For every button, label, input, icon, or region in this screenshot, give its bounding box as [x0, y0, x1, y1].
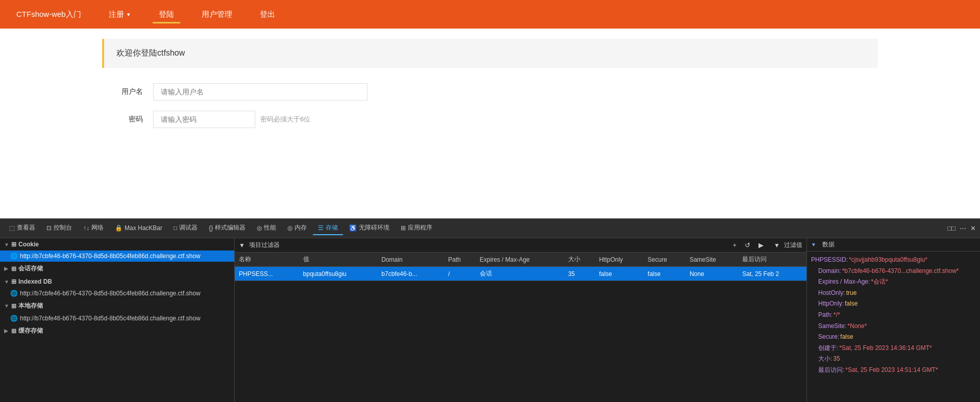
main-content: 欢迎你登陆ctfshow 用户名 密码 密码必须大于6位: [0, 29, 980, 148]
chevron-down-icon: ▼: [126, 12, 131, 17]
password-hint: 密码必须大于6位: [260, 115, 310, 124]
nav-login[interactable]: 登陆: [153, 6, 180, 23]
nav-brand[interactable]: CTFshow-web入门: [10, 6, 87, 23]
nav-register[interactable]: 注册 ▼: [103, 6, 137, 23]
username-label: 用户名: [102, 87, 143, 96]
password-row: 密码 密码必须大于6位: [102, 111, 878, 128]
username-row: 用户名: [102, 83, 878, 100]
password-input[interactable]: [153, 111, 255, 128]
nav-user-mgmt[interactable]: 用户管理: [195, 6, 238, 23]
navbar: CTFshow-web入门 注册 ▼ 登陆 用户管理 登出: [0, 0, 980, 29]
password-label: 密码: [102, 115, 143, 124]
welcome-banner: 欢迎你登陆ctfshow: [102, 39, 878, 68]
nav-register-label: 注册: [109, 10, 124, 19]
username-input[interactable]: [153, 83, 368, 100]
nav-logout[interactable]: 登出: [254, 6, 281, 23]
welcome-text: 欢迎你登陆ctfshow: [116, 48, 185, 57]
